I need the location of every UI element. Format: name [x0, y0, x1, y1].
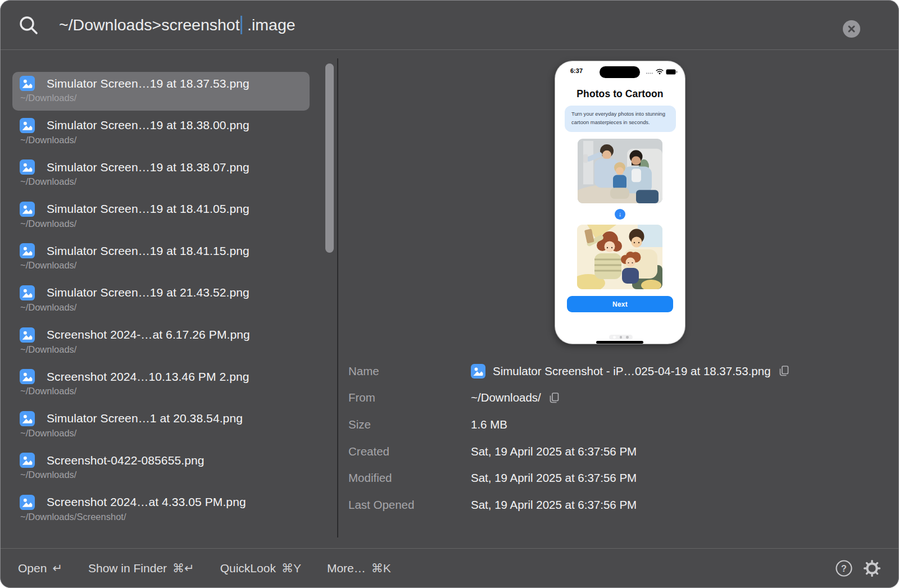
- detail-label: Created: [338, 445, 471, 458]
- file-details: Name Simulator Screenshot - iP…025-04-19…: [338, 358, 891, 518]
- detail-label: Size: [338, 418, 471, 431]
- page-dots: [609, 335, 633, 340]
- spotlight-search-window: ~/Downloads>screenshot .image Simulator …: [0, 0, 899, 588]
- open-label: Open: [18, 562, 47, 575]
- copy-icon[interactable]: [778, 365, 790, 377]
- image-file-icon: [20, 159, 35, 175]
- cartoon-photo: [577, 225, 662, 289]
- detail-value: Sat, 19 April 2025 at 6:37:56 PM: [471, 471, 637, 485]
- result-row[interactable]: Simulator Screen…1 at 20.38.54.png ~/Dow…: [12, 407, 310, 446]
- open-shortcut: ↵: [52, 562, 62, 575]
- quicklook-label: QuickLook: [220, 562, 276, 575]
- file-path: ~/Downloads/: [20, 93, 302, 103]
- result-row[interactable]: Screenshot 2024…at 4.33.05 PM.png ~/Down…: [12, 491, 310, 530]
- file-name: Simulator Screen…19 at 18.38.00.png: [47, 118, 249, 132]
- phone-time: 6:37: [570, 67, 583, 74]
- image-file-icon: [20, 495, 35, 510]
- cellular-icon: [646, 69, 653, 75]
- file-preview-phone: 6:37: [555, 61, 685, 344]
- detail-row-from: From ~/Downloads/: [338, 385, 891, 412]
- family-photo: [578, 139, 662, 203]
- settings-gear-button[interactable]: [863, 559, 881, 577]
- help-button[interactable]: ?: [835, 559, 853, 577]
- home-indicator: [596, 341, 643, 344]
- search-bar[interactable]: ~/Downloads>screenshot .image: [1, 1, 898, 50]
- image-file-icon: [20, 202, 35, 217]
- file-path: ~/Downloads/: [20, 218, 302, 229]
- action-bar: Open↵ Show in Finder⌘↵ QuickLook⌘Y More……: [1, 548, 898, 587]
- clear-search-button[interactable]: [843, 20, 860, 38]
- file-name: Simulator Screen…19 at 18.37.53.png: [47, 77, 249, 90]
- phone-status-icons: [646, 69, 678, 75]
- file-path: ~/Downloads/: [20, 176, 302, 187]
- detail-row-name: Name Simulator Screenshot - iP…025-04-19…: [338, 358, 891, 385]
- result-row[interactable]: Simulator Screen…19 at 18.38.00.png ~/Do…: [12, 114, 310, 153]
- search-input[interactable]: ~/Downloads>screenshot .image: [59, 16, 296, 34]
- battery-icon: [666, 69, 678, 75]
- detail-value: Sat, 19 April 2025 at 6:37:56 PM: [471, 445, 637, 458]
- show-in-finder-shortcut: ⌘↵: [172, 562, 194, 575]
- search-icon: [17, 14, 40, 37]
- result-row[interactable]: Screenshot-0422-085655.png ~/Downloads/: [12, 449, 310, 487]
- file-name: Screenshot 2024-…at 6.17.26 PM.png: [47, 328, 250, 341]
- show-in-finder-label: Show in Finder: [88, 562, 167, 575]
- detail-row-modified: Modified Sat, 19 April 2025 at 6:37:56 P…: [338, 464, 891, 491]
- close-icon: [847, 25, 856, 33]
- svg-text:?: ?: [841, 564, 847, 573]
- detail-label: Modified: [338, 471, 471, 485]
- text-cursor: [240, 16, 243, 34]
- arrow-down-icon: ↓: [615, 209, 625, 220]
- file-name: Simulator Screen…19 at 18.38.07.png: [47, 161, 249, 174]
- image-file-icon: [20, 453, 35, 468]
- wifi-icon: [656, 69, 664, 75]
- open-button[interactable]: Open↵: [18, 562, 62, 575]
- file-path: ~/Downloads/: [20, 302, 302, 313]
- detail-row-created: Created Sat, 19 April 2025 at 6:37:56 PM: [338, 438, 891, 465]
- phone-status-bar: 6:37: [555, 65, 685, 78]
- detail-label: Last Opened: [338, 498, 471, 512]
- detail-value: 1.6 MB: [471, 418, 507, 431]
- detail-value: Simulator Screenshot - iP…025-04-19 at 1…: [493, 364, 771, 378]
- image-file-icon: [20, 411, 35, 426]
- detail-pane: 6:37: [338, 51, 898, 548]
- file-path: ~/Downloads/: [20, 135, 302, 145]
- phone-next-button: Next: [567, 296, 673, 312]
- search-query-before-cursor: ~/Downloads>screenshot: [59, 16, 240, 34]
- file-path: ~/Downloads/: [20, 344, 302, 355]
- result-row[interactable]: Simulator Screen…19 at 18.37.53.png ~/Do…: [12, 72, 310, 111]
- file-path: ~/Downloads/: [20, 260, 302, 271]
- file-name: Screenshot-0422-085655.png: [47, 454, 204, 467]
- more-button[interactable]: More…⌘K: [327, 562, 391, 575]
- show-in-finder-button[interactable]: Show in Finder⌘↵: [88, 562, 194, 575]
- scrollbar-thumb[interactable]: [325, 63, 334, 253]
- result-row[interactable]: Simulator Screen…19 at 18.38.07.png ~/Do…: [12, 156, 310, 194]
- file-path: ~/Downloads/: [20, 428, 302, 439]
- detail-label: From: [338, 391, 471, 404]
- detail-value: Sat, 19 April 2025 at 6:37:56 PM: [471, 498, 637, 512]
- main-area: Simulator Screen…19 at 18.37.53.png ~/Do…: [1, 51, 898, 548]
- image-file-icon: [20, 76, 35, 91]
- result-row[interactable]: Simulator Screen…19 at 18.41.05.png ~/Do…: [12, 198, 310, 236]
- file-name: Simulator Screen…19 at 18.41.05.png: [47, 202, 249, 216]
- result-row[interactable]: Screenshot 2024-…at 6.17.26 PM.png ~/Dow…: [12, 323, 310, 362]
- detail-row-size: Size 1.6 MB: [338, 411, 891, 438]
- image-file-icon: [20, 369, 35, 384]
- result-row[interactable]: Simulator Screen…19 at 18.41.15.png ~/Do…: [12, 239, 310, 278]
- search-results-list: Simulator Screen…19 at 18.37.53.png ~/Do…: [1, 72, 325, 533]
- phone-description-box: Turn your everyday photos into stunning …: [565, 106, 676, 132]
- copy-icon[interactable]: [548, 392, 560, 404]
- search-query-after-cursor: .image: [243, 16, 295, 34]
- dynamic-island: [600, 66, 640, 78]
- quicklook-button[interactable]: QuickLook⌘Y: [220, 562, 301, 575]
- file-name: Screenshot 2024…at 4.33.05 PM.png: [47, 495, 246, 509]
- result-row[interactable]: Simulator Screen…19 at 21.43.52.png ~/Do…: [12, 281, 310, 320]
- phone-app-title: Photos to Cartoon: [555, 88, 685, 100]
- image-file-icon: [20, 118, 35, 133]
- image-file-icon: [20, 285, 35, 300]
- image-file-icon: [471, 364, 485, 379]
- file-path: ~/Downloads/Screenshot/: [20, 512, 302, 522]
- file-name: Simulator Screen…1 at 20.38.54.png: [47, 412, 243, 425]
- file-path: ~/Downloads/: [20, 386, 302, 396]
- result-row[interactable]: Screenshot 2024…10.13.46 PM 2.png ~/Down…: [12, 365, 310, 404]
- file-path: ~/Downloads/: [20, 470, 302, 480]
